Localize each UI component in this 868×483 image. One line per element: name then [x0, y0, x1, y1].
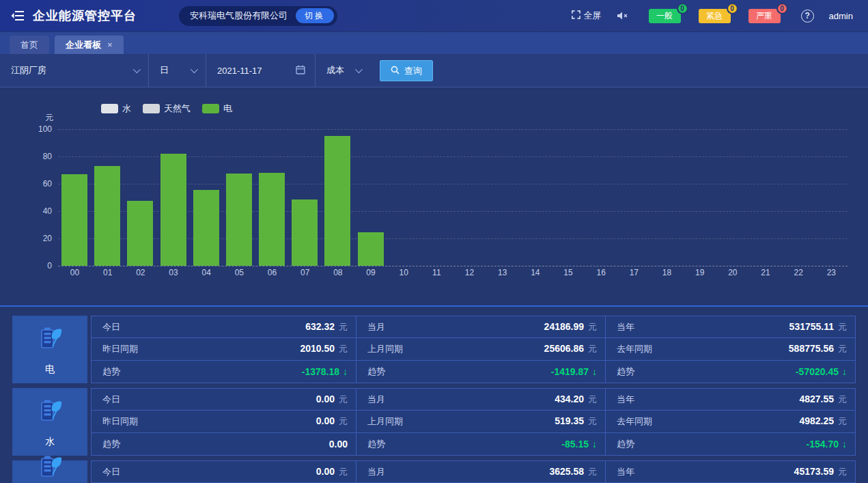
energy-column: 当月24186.99元上月同期25606.86元趋势-1419.87↓ — [356, 316, 605, 383]
metric-value-group: 0.00元 — [316, 466, 348, 478]
search-button[interactable]: 查询 — [380, 60, 433, 81]
x-tick-label: 17 — [617, 268, 651, 277]
x-tick-label: 09 — [354, 268, 388, 277]
x-tick-label: 06 — [255, 268, 289, 277]
fullscreen-button[interactable]: 全屏 — [572, 10, 602, 22]
metric-value: 531755.11 — [789, 321, 834, 332]
metric-value-group: -154.70↓ — [807, 439, 847, 450]
tab-enterprise-board[interactable]: 企业看板 × — [55, 36, 124, 54]
metric-cell: 当年45173.59元 — [606, 461, 855, 483]
alarm-badge-label: 一般 — [656, 10, 673, 22]
legend-item-天然气[interactable]: 天然气 — [143, 102, 191, 115]
metric-label: 趋势 — [102, 438, 120, 450]
bar-电-07 — [292, 199, 318, 266]
x-tick-label: 12 — [453, 268, 486, 277]
metric-value: 2010.50 — [300, 343, 335, 354]
metric-unit: 元 — [339, 415, 348, 428]
metric-label: 昨日同期 — [102, 343, 138, 355]
alarm-badge-一般[interactable]: 一般0 — [649, 9, 681, 23]
energy-column: 当年531755.11元去年同期588775.56元趋势-57020.45↓ — [605, 316, 855, 383]
collapse-menu-icon[interactable] — [10, 8, 26, 24]
metric-value: 632.32 — [305, 321, 335, 332]
metric-label: 上月同期 — [367, 415, 403, 428]
metric-value-group: 0.00元 — [316, 394, 348, 406]
metric-label: 趋势 — [102, 365, 120, 378]
cost-bar-chart: 水天然气电 元 020406080100 0001020304050607080… — [0, 87, 868, 305]
energy-column: 当年45173.59元 — [605, 461, 855, 483]
metric-unit: 元 — [588, 466, 597, 478]
alarm-badge-紧急[interactable]: 紧急0 — [699, 9, 731, 23]
alarm-badge-严重[interactable]: 严重0 — [748, 9, 781, 23]
gridline — [58, 129, 848, 130]
metric-value-group: 24186.99元 — [544, 321, 597, 333]
energy-row-电: 电今日632.32元昨日同期2010.50元趋势-1378.18↓当月24186… — [12, 316, 856, 383]
metric-value-group: 434.20元 — [555, 394, 597, 406]
x-tick-label: 11 — [420, 268, 453, 277]
x-tick-label: 20 — [716, 268, 749, 277]
metric-value-group: 588775.56元 — [789, 343, 847, 355]
metric-unit: 元 — [339, 466, 348, 478]
metric-value-group: 4827.55元 — [799, 394, 847, 406]
metric-label: 今日 — [102, 466, 120, 478]
alarm-count-badge: 0 — [677, 3, 688, 14]
energy-column: 今日0.00元 — [92, 461, 356, 483]
site-select[interactable]: 江阴厂房 — [0, 54, 149, 87]
metric-value: 519.35 — [555, 415, 584, 426]
metric-unit: 元 — [588, 321, 597, 333]
energy-type-label: 水 — [45, 436, 55, 448]
search-button-label: 查询 — [404, 65, 422, 77]
x-tick-label: 00 — [58, 268, 92, 277]
metric-value: 434.20 — [555, 394, 584, 404]
mute-icon[interactable] — [617, 11, 628, 20]
tab-home[interactable]: 首页 — [10, 36, 49, 54]
date-picker[interactable]: 2021-11-17 — [206, 54, 316, 87]
metric-value: -154.70 — [807, 439, 839, 450]
help-icon[interactable]: ? — [801, 10, 814, 23]
metric-label: 今日 — [102, 321, 120, 333]
x-tick-label: 23 — [815, 268, 848, 277]
bar-电-04 — [193, 190, 219, 266]
x-tick-label: 03 — [157, 268, 191, 277]
user-menu[interactable]: admin — [829, 11, 853, 21]
y-tick-label: 40 — [20, 206, 52, 216]
period-select-value: 日 — [160, 64, 169, 77]
metric-label: 去年同期 — [617, 343, 652, 355]
metric-value: 25606.86 — [544, 343, 584, 354]
page-title: 企业能源管控平台 — [33, 8, 137, 24]
legend-item-水[interactable]: 水 — [101, 102, 131, 115]
legend-label: 天然气 — [164, 102, 191, 115]
trend-down-icon: ↓ — [343, 366, 348, 377]
y-tick-label: 80 — [20, 152, 52, 161]
y-tick-label: 20 — [20, 234, 52, 243]
fullscreen-label: 全屏 — [584, 10, 602, 22]
company-selector: 安科瑞电气股份有限公司 切换 — [179, 6, 337, 26]
chart-legend: 水天然气电 — [101, 102, 232, 115]
close-tab-icon[interactable]: × — [107, 40, 113, 50]
metric-value: 3625.58 — [549, 466, 584, 477]
metric-select[interactable]: 成本 — [316, 54, 370, 87]
metric-value-group: 0.00元 — [316, 415, 348, 428]
metric-unit: 元 — [339, 343, 348, 355]
metric-cell: 今日632.32元 — [92, 316, 356, 338]
metric-cell: 当月3625.58元 — [356, 461, 605, 483]
metric-unit: 元 — [838, 321, 847, 333]
legend-swatch — [143, 104, 160, 113]
metric-label: 当年 — [617, 466, 634, 478]
metric-label: 趋势 — [367, 365, 385, 378]
metric-cell: 昨日同期0.00元 — [92, 411, 356, 432]
battery-leaf-icon — [34, 396, 66, 430]
metric-value: 4982.25 — [799, 415, 834, 426]
energy-type-card: 电 — [12, 316, 87, 383]
switch-company-button[interactable]: 切换 — [296, 8, 334, 23]
energy-cells: 今日632.32元昨日同期2010.50元趋势-1378.18↓当月24186.… — [91, 316, 856, 383]
company-name: 安科瑞电气股份有限公司 — [190, 10, 288, 22]
metric-label: 当月 — [367, 394, 385, 406]
legend-item-电[interactable]: 电 — [202, 102, 232, 115]
metric-cell: 趋势-85.15↓ — [356, 433, 605, 455]
metric-value: -1378.18 — [302, 366, 339, 377]
battery-leaf-icon — [34, 323, 66, 357]
period-select[interactable]: 日 — [149, 54, 206, 87]
metric-cell: 去年同期588775.56元 — [606, 338, 855, 360]
energy-row-水: 水今日0.00元昨日同期0.00元趋势0.00当月434.20元上月同期519.… — [12, 388, 856, 456]
x-tick-label: 07 — [288, 268, 322, 277]
